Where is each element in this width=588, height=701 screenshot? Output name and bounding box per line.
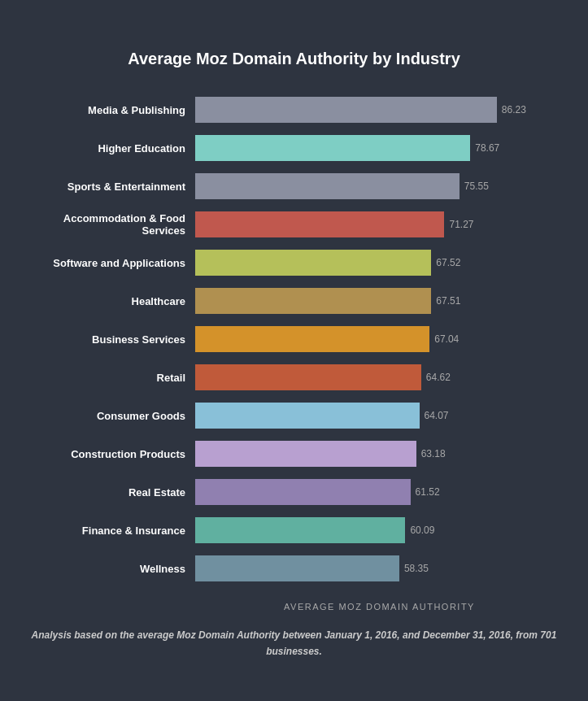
bar	[195, 135, 470, 161]
bar-wrapper: 64.62	[195, 364, 564, 390]
bar-value: 60.09	[410, 525, 434, 536]
bar-value: 58.35	[404, 563, 429, 574]
bar-row: Consumer Goods64.07	[24, 398, 564, 433]
bar-value: 67.51	[436, 295, 460, 307]
bar-wrapper: 60.09	[195, 517, 564, 543]
bar	[195, 97, 497, 123]
bar-row: Business Services67.04	[24, 322, 564, 356]
bar-label: Media & Publishing	[24, 104, 195, 116]
bar	[195, 517, 405, 543]
bar-value: 63.18	[421, 448, 446, 459]
bar-label: Construction Products	[24, 448, 195, 460]
bar-label: Sports & Entertainment	[24, 181, 195, 193]
bar	[195, 250, 431, 276]
bar-label: Finance & Insurance	[24, 525, 195, 537]
bar-row: Real Estate61.52	[24, 475, 564, 509]
bar-label: Software and Applications	[24, 257, 195, 269]
bar-wrapper: 78.67	[195, 135, 564, 161]
bar-row: Construction Products63.18	[24, 437, 564, 471]
bar	[195, 288, 431, 314]
bar-value: 78.67	[475, 142, 499, 154]
bar-wrapper: 64.07	[195, 403, 564, 429]
bar-row: Retail64.62	[24, 360, 564, 394]
bar-wrapper: 67.51	[195, 288, 564, 314]
chart-area: Media & Publishing86.23Higher Education7…	[24, 93, 564, 590]
bar-row: Sports & Entertainment75.55	[24, 169, 564, 203]
bar-value: 61.52	[416, 486, 440, 498]
bar	[195, 326, 429, 352]
footnote: Analysis based on the average Moz Domain…	[24, 628, 564, 659]
bar-row: Finance & Insurance60.09	[24, 513, 564, 547]
bar-value: 75.55	[464, 181, 489, 192]
bar-row: Media & Publishing86.23	[24, 93, 564, 127]
bar-wrapper: 71.27	[195, 211, 564, 237]
bar-row: Higher Education78.67	[24, 131, 564, 165]
bar-label: Real Estate	[24, 486, 195, 499]
bar-label: Accommodation & Food Services	[24, 212, 195, 237]
bar-row: Wellness58.35	[24, 551, 564, 586]
bar	[195, 364, 421, 390]
bar	[195, 211, 444, 237]
bar	[195, 479, 411, 505]
bar-wrapper: 61.52	[195, 479, 564, 505]
x-axis-label: AVERAGE MOZ DOMAIN AUTHORITY	[195, 602, 564, 612]
bar	[195, 173, 460, 199]
bar-value: 86.23	[502, 104, 526, 115]
bar-wrapper: 67.04	[195, 326, 564, 352]
bar-row: Healthcare67.51	[24, 284, 564, 318]
bar-wrapper: 58.35	[195, 555, 564, 581]
bar-value: 67.52	[436, 257, 460, 268]
bar-wrapper: 63.18	[195, 441, 564, 467]
chart-container: Average Moz Domain Authority by Industry…	[8, 25, 580, 675]
bar-label: Higher Education	[24, 142, 195, 155]
bar-value: 67.04	[434, 333, 459, 345]
bar-wrapper: 67.52	[195, 250, 564, 276]
bar-label: Healthcare	[24, 295, 195, 307]
chart-title: Average Moz Domain Authority by Industry	[24, 50, 564, 68]
bar-value: 64.62	[426, 372, 451, 383]
bar-label: Business Services	[24, 333, 195, 346]
bar-row: Accommodation & Food Services71.27	[24, 207, 564, 242]
bar-row: Software and Applications67.52	[24, 246, 564, 280]
bar-label: Consumer Goods	[24, 410, 195, 422]
bar	[195, 441, 416, 467]
bar-label: Wellness	[24, 563, 195, 575]
bar-label: Retail	[24, 372, 195, 384]
bar-value: 71.27	[449, 219, 473, 230]
bar	[195, 555, 399, 581]
bar-value: 64.07	[425, 410, 449, 421]
bar-wrapper: 75.55	[195, 173, 564, 199]
bar-wrapper: 86.23	[195, 97, 564, 123]
bar	[195, 403, 420, 429]
